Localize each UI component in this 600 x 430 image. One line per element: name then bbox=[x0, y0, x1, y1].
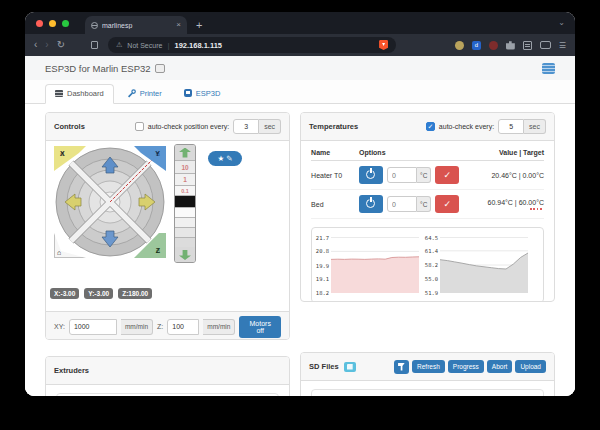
heater-t0-target-input[interactable] bbox=[387, 167, 417, 183]
page-content: ESP3D for Marlin ESP32 Dashboard Printer… bbox=[25, 56, 575, 396]
sd-files-title: SD Files bbox=[309, 362, 339, 371]
tab-esp3d[interactable]: ESP3D bbox=[175, 84, 230, 103]
filter-button[interactable] bbox=[394, 360, 409, 374]
reload-icon[interactable]: ↻ bbox=[57, 40, 65, 50]
autocheck-temps-input[interactable] bbox=[498, 119, 524, 134]
z-strip-cell[interactable] bbox=[175, 217, 195, 227]
tab-overview-chevron-icon[interactable]: ⌄ bbox=[558, 18, 565, 27]
brave-shield-icon[interactable] bbox=[379, 40, 388, 50]
browser-window: marlinesp × + ⌄ ‹ › ↻ ⚠ Not Secure | 192… bbox=[25, 12, 575, 396]
power-icon bbox=[370, 197, 372, 202]
z-strip-cell[interactable] bbox=[175, 227, 195, 237]
bed-target-input[interactable] bbox=[387, 196, 417, 212]
extruders-panel: Extruders Name Options bbox=[45, 356, 290, 396]
browser-tab-strip: marlinesp × + ⌄ bbox=[25, 12, 575, 34]
heater-t0-power-button[interactable] bbox=[359, 166, 383, 184]
z-feedrate-input[interactable] bbox=[167, 319, 199, 335]
col-options: Options bbox=[359, 149, 385, 156]
table-row-heater-t0: Heater T0 °C ✓ 20.46°C | 0.00°C bbox=[311, 161, 544, 190]
heater-t0-value: 20.46°C | 0.00°C bbox=[491, 172, 544, 179]
url-separator: | bbox=[167, 41, 169, 50]
refresh-button[interactable]: Refresh bbox=[412, 360, 445, 373]
controls-title: Controls bbox=[54, 122, 85, 131]
forward-icon[interactable]: › bbox=[45, 40, 48, 50]
bookmark-icon[interactable] bbox=[91, 41, 98, 49]
rewards-coin-icon[interactable] bbox=[455, 41, 464, 50]
bed-chart-plot bbox=[440, 237, 528, 293]
tab-printer[interactable]: Printer bbox=[118, 84, 171, 103]
home-icon: ⌂ bbox=[156, 150, 160, 157]
sd-card-icon[interactable] bbox=[344, 362, 356, 372]
z-strip-cell[interactable] bbox=[175, 237, 195, 247]
xy-feedrate-label: XY: bbox=[54, 323, 65, 330]
browser-menu-icon[interactable]: ☰ bbox=[559, 41, 566, 50]
star-icon: ★ bbox=[217, 154, 224, 163]
tab-close-icon[interactable]: × bbox=[176, 21, 181, 29]
page-header: ESP3D for Marlin ESP32 bbox=[25, 56, 575, 80]
extruders-title: Extruders bbox=[54, 366, 89, 375]
z-step-10[interactable]: 10 bbox=[175, 160, 195, 173]
autocheck-position-checkbox[interactable] bbox=[135, 122, 144, 131]
warning-icon: ⚠ bbox=[116, 41, 122, 49]
autocheck-temps-label: auto-check every: bbox=[439, 123, 494, 130]
z-step-0-1[interactable]: 0.1 bbox=[175, 185, 195, 195]
zoom-window-button[interactable] bbox=[62, 20, 69, 27]
xy-feedrate-input[interactable] bbox=[69, 319, 117, 335]
dashboard-main: Controls auto-check position every: sec bbox=[25, 104, 575, 396]
heater-t0-chart-plot bbox=[331, 237, 419, 293]
pen-icon: ✎ bbox=[226, 154, 232, 163]
table-row-bed: Bed °C ✓ 60.94°C | 60.00°C bbox=[311, 190, 544, 219]
close-window-button[interactable] bbox=[36, 20, 43, 27]
temperatures-table: Name Options Value | Target Heater T0 °C bbox=[301, 141, 554, 219]
home-icon: ⌂ bbox=[57, 249, 61, 256]
site-favicon bbox=[91, 22, 98, 29]
abort-button[interactable]: Abort bbox=[487, 360, 513, 373]
position-z-badge: Z:180.00 bbox=[118, 288, 152, 299]
address-bar[interactable]: ⚠ Not Secure | 192.168.1.115 bbox=[108, 37, 396, 53]
back-icon[interactable]: ‹ bbox=[34, 40, 37, 50]
upload-button[interactable]: Upload bbox=[515, 360, 546, 373]
position-x-badge: X:-3.00 bbox=[50, 288, 79, 299]
check-icon: ✓ bbox=[444, 170, 452, 180]
window-traffic-lights bbox=[36, 20, 69, 27]
url-text: 192.168.1.115 bbox=[174, 41, 222, 50]
new-tab-button[interactable]: + bbox=[196, 16, 202, 34]
firmware-badge-icon bbox=[155, 64, 165, 73]
bed-power-button[interactable] bbox=[359, 195, 383, 213]
z-plus-arrow[interactable] bbox=[175, 145, 195, 160]
progress-button[interactable]: Progress bbox=[448, 360, 484, 373]
main-nav-tabs: Dashboard Printer ESP3D bbox=[25, 80, 575, 104]
minimize-window-button[interactable] bbox=[49, 20, 56, 27]
wallet-icon[interactable] bbox=[540, 41, 551, 49]
reading-list-icon[interactable] bbox=[523, 41, 532, 50]
jog-area: ⌂X Y⌂ ⌂ Z⌂ bbox=[46, 141, 289, 311]
heater-t0-chart-ticks: 21.720.819.919.118.2 bbox=[314, 237, 331, 293]
autocheck-position-unit: sec bbox=[259, 119, 281, 134]
extensions-row: d ☰ bbox=[455, 41, 566, 50]
edit-position-button[interactable]: ★✎ bbox=[208, 151, 242, 166]
xy-jog-pad: ⌂X Y⌂ ⌂ Z⌂ bbox=[54, 146, 166, 258]
tab-title: marlinesp bbox=[102, 22, 172, 29]
z-step-1[interactable]: 1 bbox=[175, 173, 195, 185]
heater-t0-chart: 21.720.819.919.118.2 bbox=[314, 237, 419, 293]
col-name: Name bbox=[311, 149, 359, 156]
temperatures-title: Temperatures bbox=[309, 122, 358, 131]
panel-list-icon[interactable] bbox=[542, 63, 555, 74]
autocheck-temps-checkbox[interactable]: ✓ bbox=[426, 122, 435, 131]
extension-red-icon[interactable] bbox=[489, 41, 498, 50]
feedrate-bar: XY: mm/min Z: mm/min Motors off bbox=[46, 311, 289, 340]
extensions-puzzle-icon[interactable] bbox=[506, 41, 515, 50]
autocheck-temps-unit: sec bbox=[524, 119, 546, 134]
bed-apply-button[interactable]: ✓ bbox=[435, 195, 459, 213]
browser-tab[interactable]: marlinesp × bbox=[85, 16, 187, 34]
motors-off-button[interactable]: Motors off bbox=[239, 316, 281, 338]
extension-d-icon[interactable]: d bbox=[472, 41, 481, 50]
tab-dashboard[interactable]: Dashboard bbox=[45, 84, 114, 104]
dashboard-icon bbox=[55, 90, 63, 97]
heater-t0-apply-button[interactable]: ✓ bbox=[435, 166, 459, 184]
autocheck-position-input[interactable] bbox=[233, 119, 259, 134]
z-strip-cell[interactable] bbox=[175, 207, 195, 217]
z-minus-arrow[interactable] bbox=[175, 247, 195, 262]
funnel-icon bbox=[398, 363, 405, 371]
esp3d-chip-icon bbox=[184, 89, 192, 97]
